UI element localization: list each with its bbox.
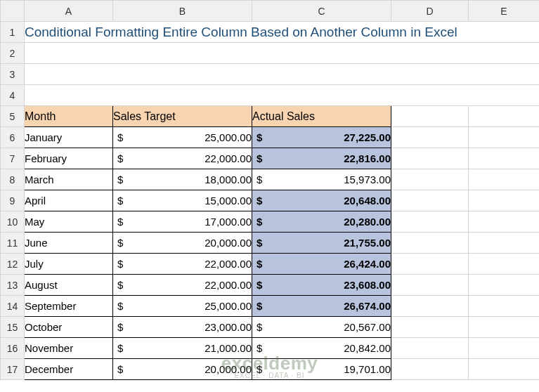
header-actual[interactable]: Actual Sales	[252, 106, 391, 127]
target-cell[interactable]: $18,000.00	[113, 169, 252, 190]
actual-cell[interactable]: $27,225.00	[252, 127, 391, 148]
cell[interactable]	[25, 64, 540, 85]
cell[interactable]	[391, 190, 469, 211]
month-cell[interactable]: June	[25, 233, 113, 254]
header-month[interactable]: Month	[25, 106, 113, 127]
row-header[interactable]: 11	[1, 233, 25, 254]
actual-cell[interactable]: $20,842.00	[252, 338, 391, 359]
row-header[interactable]: 15	[1, 317, 25, 338]
row-header[interactable]: 16	[1, 338, 25, 359]
row-header[interactable]: 4	[1, 85, 25, 106]
month-cell[interactable]: September	[25, 296, 113, 317]
cell[interactable]	[469, 359, 540, 380]
row-header[interactable]: 5	[1, 106, 25, 127]
cell[interactable]	[469, 211, 540, 233]
col-header-e[interactable]: E	[469, 1, 540, 22]
target-cell[interactable]: $25,000.00	[113, 296, 252, 317]
actual-cell[interactable]: $22,816.00	[252, 148, 391, 169]
cell[interactable]	[391, 338, 469, 359]
row-header[interactable]: 17	[1, 359, 25, 380]
actual-cell[interactable]: $26,424.00	[252, 254, 391, 275]
currency-symbol: $	[117, 131, 123, 143]
row-header[interactable]: 6	[1, 127, 25, 148]
row-header[interactable]: 3	[1, 64, 25, 85]
row-header[interactable]: 14	[1, 296, 25, 317]
target-cell[interactable]: $15,000.00	[113, 190, 252, 211]
target-cell[interactable]: $20,000.00	[113, 233, 252, 254]
actual-cell[interactable]: $20,280.00	[252, 211, 391, 233]
row-header[interactable]: 8	[1, 169, 25, 190]
month-cell[interactable]: January	[25, 127, 113, 148]
cell[interactable]	[391, 169, 469, 190]
month-cell[interactable]: November	[25, 338, 113, 359]
target-cell[interactable]: $17,000.00	[113, 211, 252, 233]
cell[interactable]	[391, 296, 469, 317]
month-cell[interactable]: April	[25, 190, 113, 211]
cell[interactable]	[469, 317, 540, 338]
cell[interactable]	[25, 85, 540, 106]
cell[interactable]	[469, 254, 540, 275]
cell[interactable]	[469, 148, 540, 169]
cell[interactable]	[391, 233, 469, 254]
actual-cell[interactable]: $20,648.00	[252, 190, 391, 211]
actual-value: 20,280.00	[344, 216, 391, 228]
cell[interactable]	[469, 233, 540, 254]
cell[interactable]	[391, 254, 469, 275]
row-header[interactable]: 12	[1, 254, 25, 275]
cell[interactable]	[469, 296, 540, 317]
col-header-d[interactable]: D	[391, 1, 469, 22]
cell[interactable]	[391, 317, 469, 338]
month-cell[interactable]: August	[25, 275, 113, 296]
actual-value: 26,674.00	[344, 300, 391, 312]
cell[interactable]	[391, 359, 469, 380]
row-1: 1 Conditional Formatting Entire Column B…	[1, 22, 540, 43]
target-cell[interactable]: $25,000.00	[113, 127, 252, 148]
currency-symbol: $	[256, 131, 262, 143]
target-cell[interactable]: $22,000.00	[113, 148, 252, 169]
target-cell[interactable]: $20,000.00	[113, 359, 252, 380]
cell[interactable]	[469, 106, 540, 127]
cell[interactable]	[469, 338, 540, 359]
actual-cell[interactable]: $19,701.00	[252, 359, 391, 380]
month-cell[interactable]: October	[25, 317, 113, 338]
cell[interactable]	[391, 127, 469, 148]
row-header[interactable]: 13	[1, 275, 25, 296]
month-cell[interactable]: July	[25, 254, 113, 275]
cell[interactable]	[469, 275, 540, 296]
target-cell[interactable]: $22,000.00	[113, 275, 252, 296]
col-header-a[interactable]: A	[25, 1, 113, 22]
actual-cell[interactable]: $23,608.00	[252, 275, 391, 296]
target-cell[interactable]: $22,000.00	[113, 254, 252, 275]
month-cell[interactable]: February	[25, 148, 113, 169]
row-header[interactable]: 10	[1, 211, 25, 233]
cell[interactable]	[469, 169, 540, 190]
actual-cell[interactable]: $20,567.00	[252, 317, 391, 338]
actual-value: 23,608.00	[344, 279, 391, 291]
table-row: 8March$18,000.00$15,973.00	[1, 169, 540, 190]
col-header-b[interactable]: B	[113, 1, 252, 22]
cell[interactable]	[391, 211, 469, 233]
row-header[interactable]: 1	[1, 22, 25, 43]
header-target[interactable]: Sales Target	[113, 106, 252, 127]
cell[interactable]	[391, 106, 469, 127]
month-cell[interactable]: December	[25, 359, 113, 380]
actual-cell[interactable]: $21,755.00	[252, 233, 391, 254]
spreadsheet-grid[interactable]: A B C D E 1 Conditional Formatting Entir…	[0, 0, 539, 380]
cell[interactable]	[469, 127, 540, 148]
cell[interactable]	[391, 148, 469, 169]
row-header[interactable]: 9	[1, 190, 25, 211]
select-all-corner[interactable]	[1, 1, 25, 22]
month-cell[interactable]: March	[25, 169, 113, 190]
target-cell[interactable]: $23,000.00	[113, 317, 252, 338]
target-cell[interactable]: $21,000.00	[113, 338, 252, 359]
actual-cell[interactable]: $15,973.00	[252, 169, 391, 190]
row-header[interactable]: 7	[1, 148, 25, 169]
month-cell[interactable]: May	[25, 211, 113, 233]
col-header-c[interactable]: C	[252, 1, 391, 22]
actual-cell[interactable]: $26,674.00	[252, 296, 391, 317]
row-header[interactable]: 2	[1, 43, 25, 64]
cell[interactable]	[25, 43, 540, 64]
title-cell[interactable]: Conditional Formatting Entire Column Bas…	[25, 22, 540, 43]
cell[interactable]	[391, 275, 469, 296]
cell[interactable]	[469, 190, 540, 211]
